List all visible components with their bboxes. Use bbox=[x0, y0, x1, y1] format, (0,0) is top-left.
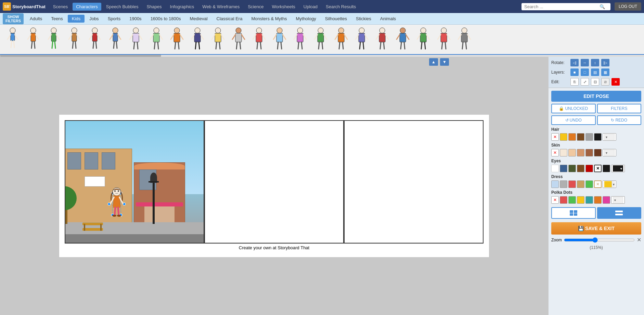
layout-grid-btn[interactable] bbox=[551, 207, 596, 219]
storyboard-cell-3[interactable] bbox=[344, 120, 484, 243]
cat-silhouettes[interactable]: Silhouettes bbox=[321, 15, 351, 23]
char-thumb-23[interactable] bbox=[454, 26, 474, 53]
hair-swatch-yellow[interactable] bbox=[560, 133, 567, 141]
eyes-swatch-green[interactable] bbox=[568, 165, 576, 172]
cat-mythology[interactable]: Mythology bbox=[292, 15, 320, 23]
nav-speech-bubbles[interactable]: Speech Bubbles bbox=[103, 3, 142, 11]
skin-swatch-2[interactable] bbox=[568, 149, 576, 156]
search-icon[interactable]: 🔍 bbox=[600, 4, 605, 9]
polka-swatch-2[interactable] bbox=[568, 196, 576, 204]
char-thumb-5[interactable] bbox=[85, 26, 105, 53]
dress-swatch-1[interactable] bbox=[551, 180, 559, 188]
cat-1900s[interactable]: 1900s bbox=[125, 15, 145, 23]
edit-copy-btn[interactable]: ⎘ bbox=[570, 78, 579, 86]
logout-button[interactable]: LOG OUT bbox=[615, 2, 641, 11]
nav-search-results[interactable]: Search Results bbox=[322, 3, 359, 11]
edit-crop-btn[interactable]: ⊡ bbox=[591, 78, 599, 86]
eyes-swatch-white[interactable] bbox=[551, 165, 559, 172]
storyboard-cell-1[interactable] bbox=[65, 120, 204, 243]
unlocked-button[interactable]: 🔒 UNLOCKED bbox=[551, 104, 596, 113]
redo-button[interactable]: ↻ REDO bbox=[597, 115, 642, 125]
polka-swatch-6[interactable] bbox=[603, 196, 610, 204]
zoom-reset-button[interactable]: ✕ bbox=[637, 237, 641, 243]
eyes-swatch-black[interactable] bbox=[603, 165, 610, 172]
skin-swatch-5[interactable] bbox=[594, 149, 602, 156]
hair-swatch-black[interactable] bbox=[594, 133, 602, 141]
char-thumb-14[interactable] bbox=[270, 26, 289, 53]
cat-monsters-myths[interactable]: Monsters & Myths bbox=[247, 15, 291, 23]
nav-shapes[interactable]: Shapes bbox=[143, 3, 165, 11]
dress-swatch-3[interactable] bbox=[568, 180, 576, 188]
hair-swatch-gray[interactable] bbox=[585, 133, 593, 141]
toolbar-up-btn[interactable]: ▲ bbox=[429, 58, 438, 66]
hair-color-custom[interactable]: ▼ bbox=[603, 133, 616, 141]
eyes-swatch-blue[interactable] bbox=[560, 165, 567, 172]
nav-worksheets[interactable]: Worksheets bbox=[268, 3, 298, 11]
canvas-area[interactable]: ▲ ▼ bbox=[0, 57, 548, 315]
dress-swatch-x[interactable]: ✕ bbox=[594, 180, 602, 188]
cat-teens[interactable]: Teens bbox=[47, 15, 67, 23]
layer-btn-4[interactable]: ▦ bbox=[601, 68, 609, 76]
polka-color-custom[interactable]: ▼ bbox=[611, 196, 625, 204]
edit-expand-btn[interactable]: ⤢ bbox=[581, 78, 589, 86]
eyes-swatch-red[interactable] bbox=[585, 165, 593, 172]
char-thumb-17[interactable] bbox=[331, 26, 351, 53]
nav-characters[interactable]: Characters bbox=[73, 3, 101, 11]
nav-web-wireframes[interactable]: Web & Wireframes bbox=[199, 3, 243, 11]
polka-swatch-x[interactable]: ✕ bbox=[551, 196, 559, 204]
rotate-btn-3[interactable]: ↕ bbox=[591, 59, 599, 66]
save-exit-button[interactable]: 💾 SAVE & EXIT bbox=[551, 222, 641, 235]
char-thumb-6[interactable] bbox=[105, 26, 125, 53]
char-thumb-11[interactable] bbox=[208, 26, 228, 53]
search-input[interactable] bbox=[524, 4, 600, 9]
cat-animals[interactable]: Animals bbox=[376, 15, 400, 23]
cat-stickies[interactable]: Stickies bbox=[352, 15, 375, 23]
cat-classical-era[interactable]: Classical Era bbox=[212, 15, 247, 23]
char-thumb-2[interactable] bbox=[23, 26, 43, 53]
char-thumb-19[interactable] bbox=[372, 26, 392, 53]
logo[interactable]: SBT StoryboardThat bbox=[3, 2, 46, 11]
undo-button[interactable]: ↺ UNDO bbox=[551, 115, 596, 125]
filters-button[interactable]: FILTERS bbox=[597, 104, 642, 113]
polka-swatch-4[interactable] bbox=[585, 196, 593, 204]
dress-swatch-2[interactable] bbox=[560, 180, 567, 188]
skin-color-custom[interactable]: ▼ bbox=[603, 149, 616, 156]
show-filters-button[interactable]: SHOWFILTERS bbox=[3, 13, 24, 24]
hair-swatch-brown[interactable] bbox=[577, 133, 584, 141]
char-thumb-16[interactable] bbox=[311, 26, 331, 53]
eyes-swatch-brown[interactable] bbox=[577, 165, 584, 172]
rotate-btn-2[interactable]: ↔ bbox=[581, 59, 589, 66]
hair-color-x[interactable]: ✕ bbox=[551, 133, 559, 141]
nav-upload[interactable]: Upload bbox=[300, 3, 321, 11]
skin-swatch-1[interactable] bbox=[560, 149, 567, 156]
edit-pose-button[interactable]: EDIT POSE bbox=[551, 91, 641, 102]
cat-1600s-1800s[interactable]: 1600s to 1800s bbox=[146, 15, 185, 23]
eyes-color-custom[interactable]: ▼ bbox=[611, 165, 625, 172]
rotate-btn-1[interactable]: ◁| bbox=[570, 59, 579, 66]
skin-swatch-3[interactable] bbox=[577, 149, 584, 156]
storyboard-cell-2[interactable] bbox=[204, 120, 344, 243]
char-thumb-4[interactable] bbox=[64, 26, 84, 53]
char-thumb-18[interactable] bbox=[352, 26, 372, 53]
char-thumb-8[interactable] bbox=[146, 26, 166, 53]
char-thumb-20[interactable] bbox=[393, 26, 413, 53]
dress-swatch-4[interactable] bbox=[577, 180, 584, 188]
char-thumb-7[interactable] bbox=[126, 26, 146, 53]
eyes-swatch-x[interactable]: ✕ bbox=[594, 165, 602, 172]
cat-adults[interactable]: Adults bbox=[26, 15, 46, 23]
cat-medieval[interactable]: Medieval bbox=[186, 15, 212, 23]
skin-color-x[interactable]: ✕ bbox=[551, 149, 559, 156]
rotate-btn-4[interactable]: |▷ bbox=[601, 59, 609, 66]
toolbar-down-btn[interactable]: ▼ bbox=[440, 58, 449, 66]
layer-btn-1[interactable]: ■ bbox=[570, 68, 579, 76]
char-thumb-22[interactable] bbox=[434, 26, 454, 53]
polka-swatch-3[interactable] bbox=[577, 196, 584, 204]
char-thumb-9[interactable] bbox=[167, 26, 187, 53]
nav-infographics[interactable]: Infographics bbox=[167, 3, 198, 11]
nav-science[interactable]: Science bbox=[244, 3, 267, 11]
edit-delete-btn[interactable]: ✕ bbox=[611, 78, 620, 86]
cat-kids[interactable]: Kids bbox=[68, 15, 85, 23]
dress-color-custom[interactable]: ▼ bbox=[603, 180, 616, 188]
hair-swatch-orange[interactable] bbox=[568, 133, 576, 141]
layer-btn-3[interactable]: ▤ bbox=[591, 68, 599, 76]
